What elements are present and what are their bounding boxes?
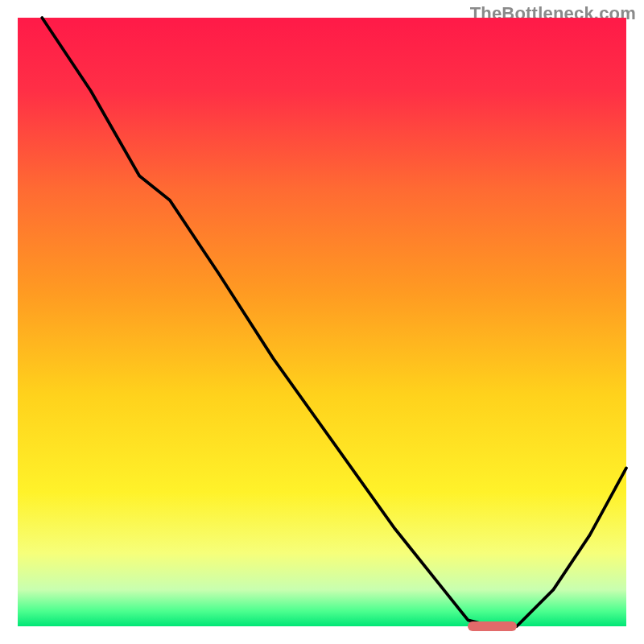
chart-canvas: TheBottleneck.com [0, 0, 644, 644]
plot-area [18, 18, 626, 626]
optimal-marker [468, 621, 516, 631]
bottleneck-curve [18, 18, 626, 626]
curve-path [42, 18, 626, 626]
